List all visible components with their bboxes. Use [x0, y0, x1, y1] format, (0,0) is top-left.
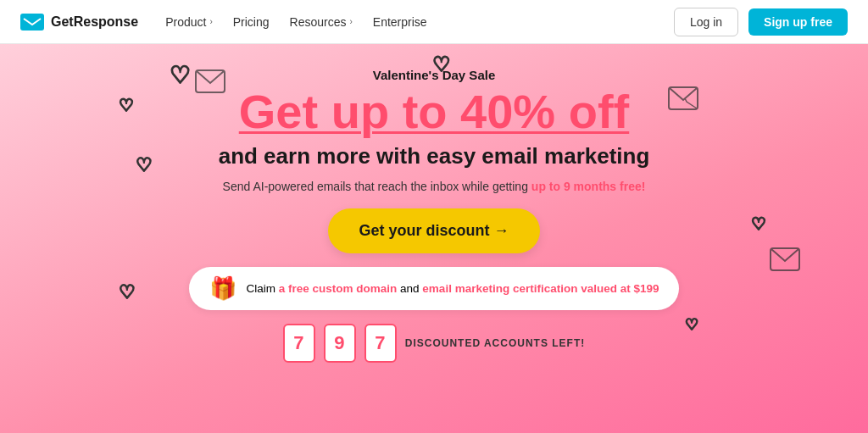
envelope-deco-1 [195, 69, 225, 99]
nav-item-resources[interactable]: Resources › [290, 15, 353, 29]
envelope-deco-3 [770, 247, 800, 277]
svg-rect-0 [20, 14, 44, 31]
heart-deco-3: ♡ [136, 154, 153, 176]
logo-text: GetResponse [51, 14, 138, 30]
heart-deco-1: ♡ [170, 61, 191, 89]
heart-deco-6: ♡ [119, 281, 136, 303]
sub-headline: and earn more with easy email marketing [219, 143, 650, 169]
hero-section: ♡ ♡ ♡ ♡ ♡ ♡ ♡ Valentine's Day Sale Get u… [0, 44, 868, 363]
heart-deco-5: ♡ [751, 214, 766, 234]
chevron-icon: › [349, 17, 352, 26]
claim-text: Claim a free custom domain and email mar… [247, 282, 659, 295]
nav-links: Product › Pricing Resources › Enterprise [165, 15, 674, 29]
nav-item-product[interactable]: Product › [165, 15, 213, 29]
counter-row: 7 9 7 DISCOUNTED ACCOUNTS LEFT! [283, 324, 586, 363]
logo[interactable]: GetResponse [20, 14, 138, 31]
counter-digit-1: 7 [283, 324, 315, 363]
nav-item-enterprise[interactable]: Enterprise [373, 15, 427, 29]
heart-deco-2: ♡ [119, 95, 134, 115]
claim-bar: 🎁 Claim a free custom domain and email m… [189, 267, 680, 310]
nav-item-pricing[interactable]: Pricing [233, 15, 270, 29]
counter-digit-3: 7 [364, 324, 397, 363]
login-button[interactable]: Log in [674, 8, 738, 36]
svg-rect-3 [771, 248, 799, 270]
counter-digit-2: 9 [324, 324, 356, 363]
gift-icon: 🎁 [209, 275, 236, 302]
cta-button[interactable]: Get your discount → [328, 208, 539, 253]
svg-rect-1 [196, 70, 225, 92]
heart-deco-7: ♡ [685, 315, 698, 334]
nav-actions: Log in Sign up free [674, 8, 848, 36]
signup-button[interactable]: Sign up free [748, 8, 848, 36]
svg-rect-2 [669, 87, 698, 109]
chevron-icon: › [209, 17, 212, 26]
main-headline: Get up to 40% off [239, 86, 629, 138]
envelope-deco-2 [668, 86, 698, 116]
sale-label: Valentine's Day Sale [373, 68, 495, 82]
navbar: GetResponse Product › Pricing Resources … [0, 0, 868, 44]
description-text: Send AI-powered emails that reach the in… [223, 180, 646, 193]
counter-label: DISCOUNTED ACCOUNTS LEFT! [405, 337, 586, 349]
logo-icon [20, 14, 44, 31]
